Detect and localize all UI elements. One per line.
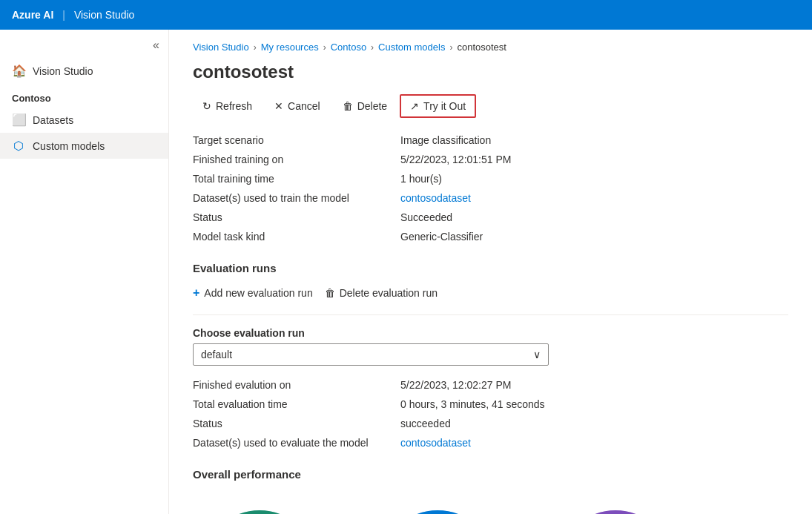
breadcrumb-sep-3: ›	[449, 42, 452, 53]
eval-info-label: Dataset(s) used to evaluate the model	[193, 435, 400, 450]
delete-eval-run-button[interactable]: 🗑 Delete evaluation run	[325, 284, 438, 302]
model-info-label: Model task kind	[193, 229, 400, 244]
add-eval-run-button[interactable]: + Add new evaluation run	[193, 283, 313, 303]
gauge-svg	[371, 501, 504, 514]
eval-run-section: Choose evaluation run default ∨	[193, 327, 788, 366]
sidebar-item-datasets[interactable]: ⬜ Datasets	[0, 107, 168, 133]
app-name: Vision Studio	[74, 9, 134, 21]
gauges-row: 100.0% Average precision i 96.9% Accurac…	[193, 495, 788, 514]
cancel-icon: ✕	[274, 100, 283, 112]
breadcrumb-sep-0: ›	[254, 42, 257, 53]
home-icon: 🏠	[12, 64, 25, 78]
eval-info-label: Finished evalution on	[193, 378, 400, 392]
refresh-label: Refresh	[216, 100, 252, 112]
delete-icon: 🗑	[343, 100, 353, 112]
model-info-label: Total training time	[193, 171, 400, 186]
model-info-value: 1 hour(s)	[400, 171, 788, 186]
eval-info-grid: Finished evalution on5/22/2023, 12:02:27…	[193, 378, 788, 450]
eval-run-dropdown[interactable]: default ∨	[193, 343, 549, 366]
sidebar-item-label: Datasets	[33, 114, 73, 126]
eval-actions: + Add new evaluation run 🗑 Delete evalua…	[193, 283, 788, 303]
sidebar-item-custom-models[interactable]: ⬡ Custom models	[0, 133, 168, 159]
eval-info-label: Total evaluation time	[193, 397, 400, 412]
refresh-button[interactable]: ↻ Refresh	[193, 95, 262, 117]
divider	[193, 314, 788, 315]
gauge-wrapper: 100.0%	[549, 501, 682, 514]
model-info-label: Target scenario	[193, 133, 400, 148]
breadcrumb-sep-2: ›	[371, 42, 374, 53]
refresh-icon: ↻	[202, 100, 211, 112]
gauge-wrapper: 100.0%	[193, 501, 326, 514]
gauge-item: 100.0% Accuracy - Top 5 i	[549, 501, 682, 514]
collapse-icon[interactable]: «	[153, 39, 159, 52]
delete-eval-label: Delete evaluation run	[340, 287, 438, 299]
chevron-down-icon: ∨	[533, 349, 541, 360]
model-info-value: Image classification	[400, 133, 788, 148]
eval-info-value: 0 hours, 3 minutes, 41 seconds	[400, 397, 788, 412]
performance-section: Overall performance 100.0% Average preci…	[193, 468, 788, 514]
sidebar-item-vision-studio[interactable]: 🏠 Vision Studio	[0, 58, 168, 84]
gauge-wrapper: 96.9%	[371, 501, 504, 514]
try-it-out-label: Try it Out	[423, 100, 466, 112]
topbar: Azure AI | Vision Studio	[0, 0, 812, 30]
gauge-svg	[193, 501, 326, 514]
delete-button[interactable]: 🗑 Delete	[333, 95, 397, 117]
delete-label: Delete	[357, 100, 387, 112]
eval-info-value: succeeded	[400, 416, 788, 431]
add-eval-label: Add new evaluation run	[204, 287, 312, 299]
cancel-button[interactable]: ✕ Cancel	[265, 95, 330, 117]
main-layout: « 🏠 Vision Studio Contoso ⬜ Datasets ⬡ C…	[0, 30, 812, 514]
dropdown-value: default	[201, 349, 232, 360]
gauge-svg	[549, 501, 682, 514]
eval-info-value: 5/22/2023, 12:02:27 PM	[400, 378, 788, 392]
delete-eval-icon: 🗑	[325, 287, 335, 299]
topbar-separator: |	[62, 9, 65, 21]
model-info-value: 5/22/2023, 12:01:51 PM	[400, 152, 788, 167]
try-it-out-button[interactable]: ↗ Try it Out	[400, 94, 476, 118]
model-info-label: Finished training on	[193, 152, 400, 167]
cancel-label: Cancel	[288, 100, 320, 112]
sidebar-section-label: Contoso	[0, 84, 168, 107]
datasets-icon: ⬜	[12, 113, 25, 127]
breadcrumb-item-3[interactable]: Custom models	[378, 42, 445, 53]
choose-eval-run-label: Choose evaluation run	[193, 327, 788, 339]
evaluation-runs-heading: Evaluation runs	[193, 262, 788, 274]
sidebar-item-label: Vision Studio	[33, 65, 93, 77]
model-info-label: Status	[193, 210, 400, 225]
breadcrumb-sep-1: ›	[323, 42, 326, 53]
breadcrumb-item-4: contosotest	[457, 42, 506, 53]
breadcrumb-item-2[interactable]: Contoso	[331, 42, 366, 53]
eval-info-label: Status	[193, 416, 400, 431]
brand-logo: Azure AI	[12, 9, 53, 21]
sidebar-collapse-button[interactable]: «	[0, 36, 168, 58]
add-icon: +	[193, 286, 199, 300]
model-info-value[interactable]: contosodataset	[400, 191, 788, 205]
performance-heading: Overall performance	[193, 468, 788, 481]
main-content: Vision Studio › My resources › Contoso ›…	[169, 30, 812, 514]
model-info-value: Succeeded	[400, 210, 788, 225]
breadcrumb-item-1[interactable]: My resources	[261, 42, 319, 53]
eval-info-value[interactable]: contosodataset	[400, 435, 788, 450]
model-info-value: Generic-Classifier	[400, 229, 788, 244]
model-info-grid: Target scenarioImage classificationFinis…	[193, 133, 788, 244]
gauge-item: 100.0% Average precision i	[193, 501, 326, 514]
breadcrumb: Vision Studio › My resources › Contoso ›…	[193, 42, 788, 53]
sidebar-item-label: Custom models	[33, 140, 105, 152]
custom-models-icon: ⬡	[12, 139, 25, 153]
try-it-out-icon: ↗	[410, 100, 419, 112]
page-title: contosotest	[193, 62, 788, 82]
breadcrumb-item-0[interactable]: Vision Studio	[193, 42, 249, 53]
toolbar: ↻ Refresh ✕ Cancel 🗑 Delete ↗ Try it Out	[193, 94, 788, 118]
gauge-item: 96.9% Accuracy - Top 1 i	[371, 501, 504, 514]
model-info-label: Dataset(s) used to train the model	[193, 191, 400, 205]
sidebar: « 🏠 Vision Studio Contoso ⬜ Datasets ⬡ C…	[0, 30, 169, 514]
